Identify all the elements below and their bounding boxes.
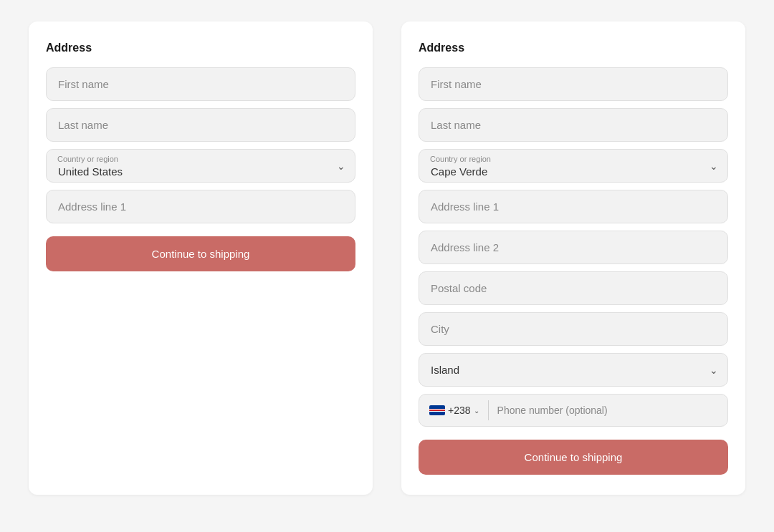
left-country-wrapper: Country or region United States ⌄ [46,149,355,183]
right-address1-field [419,190,728,223]
left-form-card: Address Country or region United States … [29,21,373,495]
right-first-name-input[interactable] [419,67,728,101]
right-form-card: Address Country or region Cape Verde ⌄ [401,21,745,495]
left-country-select[interactable]: United States [46,149,355,183]
cape-verde-flag-icon [429,405,445,415]
phone-chevron-icon: ⌄ [474,407,479,415]
right-country-select[interactable]: Cape Verde [419,149,728,183]
right-postal-code-field [419,271,728,305]
phone-divider [488,400,489,420]
right-island-field: Island ⌄ [419,353,728,387]
right-address2-field [419,231,728,264]
right-address1-input[interactable] [419,190,728,223]
right-island-select[interactable]: Island [419,353,728,387]
left-first-name-input[interactable] [46,67,355,101]
left-form-title: Address [46,42,355,54]
phone-country-code: +238 [448,405,471,416]
left-address1-input[interactable] [46,190,355,223]
left-address1-field [46,190,355,223]
phone-number-input[interactable] [490,395,727,426]
left-continue-button[interactable]: Continue to shipping [46,236,355,271]
left-last-name-field [46,108,355,142]
right-first-name-field [419,67,728,101]
right-city-field [419,312,728,346]
right-form-title: Address [419,42,728,54]
right-city-input[interactable] [419,312,728,346]
phone-field-wrapper: +238 ⌄ [419,394,728,427]
right-postal-code-input[interactable] [419,271,728,305]
page-container: Address Country or region United States … [14,21,760,495]
right-country-field: Country or region Cape Verde ⌄ [419,149,728,183]
right-country-wrapper: Country or region Cape Verde ⌄ [419,149,728,183]
right-last-name-field [419,108,728,142]
right-phone-field: +238 ⌄ [419,394,728,427]
left-country-field: Country or region United States ⌄ [46,149,355,183]
left-last-name-input[interactable] [46,108,355,142]
right-continue-button[interactable]: Continue to shipping [419,440,728,475]
left-first-name-field [46,67,355,101]
right-island-wrapper: Island ⌄ [419,353,728,387]
phone-country-selector-button[interactable]: +238 ⌄ [419,395,487,426]
right-address2-input[interactable] [419,231,728,264]
right-last-name-input[interactable] [419,108,728,142]
